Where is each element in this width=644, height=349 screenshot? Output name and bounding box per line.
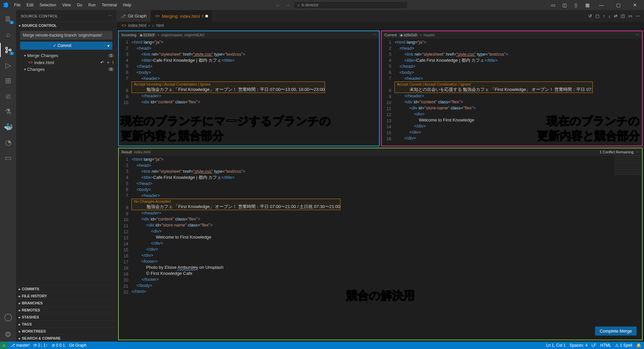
editor-action-history[interactable]: ↺ [588, 13, 592, 18]
menu-run[interactable]: Run [86, 1, 98, 9]
conflict-remaining[interactable]: 1 Conflict Remaining [599, 150, 634, 154]
activity-extensions[interactable]: ⊞ [0, 74, 16, 88]
commit-button[interactable]: ✓ Commit [20, 42, 104, 50]
section-search-compare[interactable]: ▸SEARCH & COMPARE [16, 335, 116, 342]
window-minimize[interactable]: — [594, 0, 609, 10]
section-worktrees[interactable]: ▸WORKTREES [16, 328, 116, 335]
status-branch[interactable]: ⎇ master! [10, 343, 30, 348]
discard-icon[interactable]: ↶ [100, 60, 104, 65]
current-more[interactable]: ⋯ [636, 33, 639, 37]
activity-settings[interactable]: ⚙ [0, 328, 16, 342]
current-actions[interactable]: Accept Current | Accept Combination | Ig… [395, 82, 592, 87]
result-file: index.html [134, 150, 151, 154]
stage-icon[interactable]: ＋ [106, 59, 110, 65]
activity-docker[interactable]: 🐳 [0, 120, 16, 134]
result-title: Result [121, 150, 132, 154]
title-bar: File Edit Selection View Go Run Terminal… [0, 0, 644, 10]
activity-search[interactable]: ⌕ [0, 28, 16, 42]
scm-provider-head[interactable]: ▾SOURCE CONTROL [16, 22, 116, 29]
activity-scm[interactable]: 1 [0, 43, 16, 57]
menu-terminal[interactable]: Terminal [99, 1, 119, 9]
menu-go[interactable]: Go [74, 1, 85, 9]
current-commit[interactable]: ◆ ed9e5a9 [399, 33, 418, 37]
status-sync[interactable]: ⟳ 2↓ 1↑ [34, 343, 48, 348]
editor-action-next-change[interactable]: ↓ [608, 13, 611, 18]
current-pane: Current ◆ ed9e5a9 • master ⋯ 1234567 891… [381, 31, 643, 146]
layout-customize[interactable]: ▦ [582, 0, 592, 10]
window-close[interactable]: ✕ [627, 0, 643, 10]
section-file-history[interactable]: ▸FILE HISTORY [16, 292, 116, 299]
editor-action-swap[interactable]: ⇄ [614, 13, 618, 18]
incoming-pane: Incoming ◆ 5133cff • origin/master, orig… [118, 31, 380, 146]
status-language[interactable]: HTML [600, 343, 611, 348]
merge-changes-group[interactable]: ▾Merge Changes 1 [16, 52, 116, 59]
editor-action-split[interactable]: ▭ [628, 13, 632, 18]
status-problems[interactable]: ⊘ 0 0 1 [52, 343, 65, 348]
status-bar: ⌂ ⎇ master! ⟳ 2↓ 1↑ ⊘ 0 0 1 Git Graph Ln… [0, 342, 644, 349]
editor-action-more[interactable]: ⋯ [636, 13, 640, 18]
result-more[interactable]: ⋯ [636, 150, 639, 154]
complete-merge-button[interactable]: Complete Merge [595, 327, 637, 336]
editor-action-prev-change[interactable]: ↑ [603, 13, 605, 18]
status-cursor[interactable]: Ln 1, Col 1 [546, 343, 566, 348]
incoming-editor[interactable]: 1234567 8910 <html lang="ja"> <head> <li… [119, 39, 379, 146]
breadcrumb[interactable]: <>index.html›⟐html [117, 22, 644, 29]
tab-git-graph[interactable]: ⎇Git Graph [117, 10, 151, 22]
html-file-icon: <> [28, 60, 33, 65]
status-eol[interactable]: LF [592, 343, 596, 348]
activity-testing[interactable]: ⚗ [0, 105, 16, 119]
activity-bar: 🗎1 ⌕ 1 ▷ ⊞ ⎚ ⚗ 🐳 ◔ ▭ ◯ ⚙ [0, 10, 16, 342]
editor-area: ⎇Git Graph <>Merging: index.html! ↺ ▢ ↑ … [117, 10, 644, 342]
incoming-actions[interactable]: Accept Incoming | Accept Combination | I… [132, 82, 324, 87]
nav-forward[interactable]: → [284, 3, 291, 8]
window-maximize[interactable]: ▢ [610, 0, 626, 10]
layout-toggle-secondary[interactable]: ▯ [571, 0, 581, 10]
activity-remote[interactable]: ⎚ [0, 89, 16, 103]
sidebar-more-icon[interactable]: ⋯ [108, 14, 112, 18]
editor-action-toggle[interactable]: ◫ [621, 13, 625, 18]
incoming-branch: origin/master, origin/HEAD [161, 33, 205, 37]
section-commits[interactable]: ▸COMMITS [16, 285, 116, 292]
tab-merging[interactable]: <>Merging: index.html! [151, 10, 212, 22]
editor-action-open-file[interactable]: ▢ [595, 13, 599, 18]
current-editor[interactable]: 1234567 8910111213141516 <html lang="ja"… [382, 39, 642, 146]
section-stashes[interactable]: ▸STASHES [16, 313, 116, 320]
activity-explorer[interactable]: 🗎1 [0, 12, 16, 26]
commit-dropdown[interactable]: ▾ [104, 42, 112, 50]
status-notifications[interactable]: 🔔 [636, 343, 641, 348]
remote-indicator[interactable]: ⌂ [0, 342, 8, 349]
menu-file[interactable]: File [11, 1, 23, 9]
section-tags[interactable]: ▸TAGS [16, 320, 116, 328]
activity-notebook[interactable]: ▭ [0, 151, 16, 165]
minimap[interactable] [614, 156, 641, 176]
menu-view[interactable]: View [59, 1, 73, 9]
menu-edit[interactable]: Edit [24, 1, 36, 9]
incoming-more[interactable]: ⋯ [373, 33, 376, 37]
svg-point-2 [9, 49, 11, 51]
status-git-graph[interactable]: Git Graph [69, 343, 87, 348]
activity-run-debug[interactable]: ▷ [0, 58, 16, 72]
incoming-title: Incoming [121, 33, 137, 37]
status-indentation[interactable]: Spaces: 4 [570, 343, 587, 348]
activity-accounts[interactable]: ◯ [0, 310, 16, 324]
result-editor[interactable]: 1234567 8910111213141516171819202122 <ht… [119, 156, 642, 340]
menu-selection[interactable]: Selection [37, 1, 59, 9]
commit-message-input[interactable]: Merge remote-tracking branch 'origin/mas… [20, 31, 112, 40]
section-remotes[interactable]: ▸REMOTES [16, 306, 116, 313]
file-index-html[interactable]: <>index.html ↶＋! [16, 59, 116, 66]
search-icon: ⌕ [298, 3, 300, 7]
activity-timeline[interactable]: ◔ [0, 136, 16, 150]
result-no-changes[interactable]: No Changes Accepted [132, 199, 340, 204]
changes-group[interactable]: ▾Changes 0 [16, 66, 116, 72]
result-pane: Result index.html 1 Conflict Remaining ⋯… [118, 148, 643, 340]
menu-help[interactable]: Help [120, 1, 134, 9]
sidebar-scm: SOURCE CONTROL ⋯ ▾SOURCE CONTROL Merge r… [16, 10, 117, 342]
command-center[interactable]: ⌕ b-director [294, 1, 408, 9]
nav-back[interactable]: ← [274, 3, 281, 8]
section-branches[interactable]: ▸BRANCHES [16, 299, 116, 306]
svg-point-0 [6, 47, 8, 49]
layout-toggle-sidebar[interactable]: ◫ [559, 0, 570, 10]
layout-toggle-panel[interactable]: ▭ [548, 0, 558, 10]
status-spell[interactable]: ⚠ 1 Spell [615, 343, 632, 348]
incoming-commit[interactable]: ◆ 5133cff [139, 33, 156, 37]
